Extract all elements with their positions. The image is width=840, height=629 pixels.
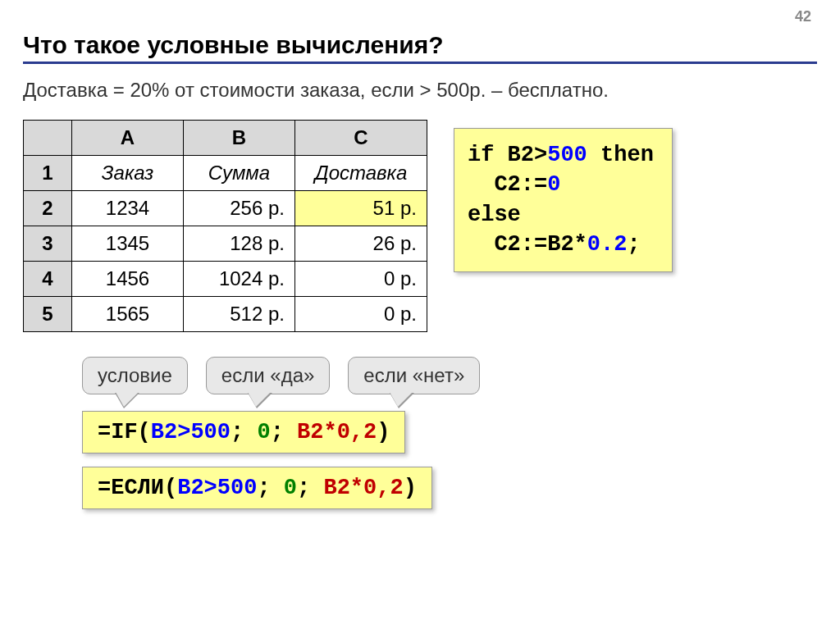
cell-a2: 1234 bbox=[72, 191, 184, 226]
code-line-3: else bbox=[468, 200, 654, 230]
code-line-2: C2:=0 bbox=[468, 170, 654, 199]
title-underline bbox=[23, 62, 817, 64]
formula-if-english: =IF(B2>500; 0; B2*0,2) bbox=[82, 411, 405, 454]
callout-no: если «нет» bbox=[348, 357, 480, 394]
header-order: Заказ bbox=[72, 156, 184, 191]
cell-a3: 1345 bbox=[72, 226, 184, 262]
col-header-c: C bbox=[295, 121, 427, 156]
cell-b5: 512 р. bbox=[184, 297, 295, 332]
cell-a4: 1456 bbox=[72, 262, 184, 297]
table-corner bbox=[24, 121, 72, 156]
cell-c4: 0 р. bbox=[295, 262, 427, 297]
code-line-4: C2:=B2*0.2; bbox=[468, 230, 654, 259]
description-text: Доставка = 20% от стоимости заказа, если… bbox=[23, 75, 817, 105]
cell-c3: 26 р. bbox=[295, 226, 427, 262]
cell-b4: 1024 р. bbox=[184, 262, 295, 297]
formula-if-russian: =ЕСЛИ(B2>500; 0; B2*0,2) bbox=[82, 467, 432, 509]
callouts-row: условие если «да» если «нет» bbox=[82, 357, 840, 394]
code-line-1: if B2>500 then bbox=[468, 140, 654, 170]
page-number: 42 bbox=[795, 8, 811, 25]
callout-condition: условие bbox=[82, 357, 188, 394]
col-header-b: B bbox=[184, 121, 295, 156]
cell-b2: 256 р. bbox=[184, 191, 295, 226]
header-delivery: Доставка bbox=[295, 156, 427, 191]
pseudocode-box: if B2>500 then C2:=0 else C2:=B2*0.2; bbox=[454, 128, 673, 272]
cell-a5: 1565 bbox=[72, 297, 184, 332]
header-sum: Сумма bbox=[184, 156, 295, 191]
cell-c2: 51 р. bbox=[295, 191, 427, 226]
cell-c5: 0 р. bbox=[295, 297, 427, 332]
row-header-2: 2 bbox=[24, 191, 72, 226]
slide-title: Что такое условные вычисления? bbox=[23, 31, 840, 59]
row-header-5: 5 bbox=[24, 297, 72, 332]
row-header-1: 1 bbox=[24, 156, 72, 191]
row-header-4: 4 bbox=[24, 262, 72, 297]
col-header-a: A bbox=[72, 121, 184, 156]
row-header-3: 3 bbox=[24, 226, 72, 262]
spreadsheet-table: A B C 1 Заказ Сумма Доставка 2 1234 256 … bbox=[23, 120, 427, 332]
content-row: A B C 1 Заказ Сумма Доставка 2 1234 256 … bbox=[23, 120, 817, 332]
cell-b3: 128 р. bbox=[184, 226, 295, 262]
callout-yes: если «да» bbox=[206, 357, 330, 394]
